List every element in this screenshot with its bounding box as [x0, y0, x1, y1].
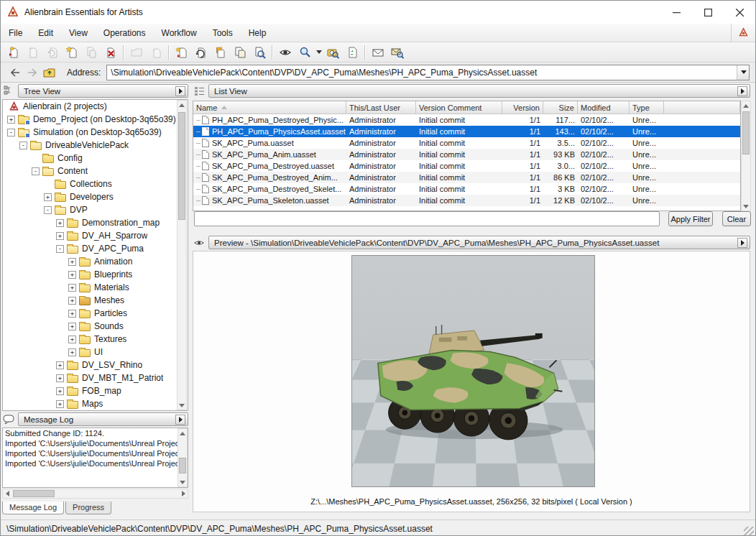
check-out-flag-icon[interactable] — [211, 44, 230, 61]
tree-expander[interactable]: - — [19, 142, 27, 149]
find-in-files-icon[interactable] — [249, 44, 269, 61]
menu-tools[interactable]: Tools — [205, 25, 241, 41]
tab-progress[interactable]: Progress — [65, 502, 111, 514]
tab-message-log[interactable]: Message Log — [2, 502, 64, 514]
table-row-selected[interactable]: PH_APC_Puma_PhysicsAsset.uasset Administ… — [193, 126, 740, 137]
search-icon[interactable] — [295, 44, 314, 61]
rename-file-icon[interactable] — [146, 44, 165, 61]
tree-expander[interactable]: - — [56, 245, 64, 253]
tree-expander[interactable]: + — [68, 258, 76, 266]
tree-view-menu-button[interactable] — [175, 86, 185, 96]
message-log-menu-button[interactable] — [175, 415, 185, 425]
forward-button[interactable] — [24, 65, 41, 80]
import-file-icon[interactable] — [172, 44, 191, 61]
tree-expander[interactable]: - — [7, 129, 15, 137]
check-in-file-icon[interactable] — [4, 44, 23, 61]
menu-workflow[interactable]: Workflow — [154, 25, 205, 41]
tree-expander[interactable]: + — [56, 361, 64, 369]
tree-expander[interactable]: + — [68, 336, 76, 343]
address-dropdown-button[interactable] — [737, 65, 749, 80]
tree-item-root[interactable]: Alienbrain (2 projects) — [3, 100, 188, 113]
column-header-name[interactable]: Name — [193, 101, 346, 114]
list-view-menu-button[interactable] — [737, 86, 747, 96]
message-log-hscrollbar[interactable] — [2, 489, 188, 499]
minimize-button[interactable] — [660, 1, 692, 24]
tree-expander[interactable]: + — [44, 193, 52, 201]
tree-expander[interactable]: + — [56, 219, 64, 227]
tree-item[interactable]: + Demonstration_map — [3, 216, 188, 229]
column-header-version[interactable]: Version — [502, 101, 543, 114]
tree-item[interactable]: - Simulation (on Desktop-3q65o39) — [3, 126, 188, 139]
tree-item[interactable]: + UI — [3, 346, 188, 359]
tree-item[interactable]: + Animation — [3, 255, 188, 268]
tree-item[interactable]: + DV_LSV_Rhino — [3, 359, 188, 371]
tree-expander[interactable]: + — [56, 387, 64, 395]
tree-expander[interactable]: + — [68, 284, 76, 292]
close-button[interactable] — [724, 1, 755, 24]
tree-item[interactable]: + Maps — [3, 397, 188, 410]
tree-item[interactable]: + Developers — [3, 190, 188, 203]
add-file-icon[interactable] — [62, 44, 81, 61]
address-value[interactable]: \Simulation\DriveableVehiclePack\Content… — [107, 68, 737, 78]
menu-view[interactable]: View — [61, 25, 96, 41]
tree-item[interactable]: + DV_MBT_M1_Patriot — [3, 371, 188, 384]
preview-menu-button[interactable] — [737, 238, 747, 248]
up-folder-button[interactable] — [41, 65, 58, 80]
column-header-user[interactable]: This/Last User — [346, 101, 416, 114]
tree-item[interactable]: - DVP — [3, 203, 188, 216]
table-row[interactable]: SK_APC_Puma_Skeleton.uasset Administrato… — [193, 195, 740, 206]
tree-item[interactable]: + FOB_map — [3, 384, 188, 397]
tree-expander[interactable]: + — [56, 400, 64, 408]
resize-grip[interactable] — [744, 527, 754, 536]
tree-item[interactable]: - DV_APC_Puma — [3, 242, 188, 255]
tree-expander[interactable]: + — [56, 232, 64, 240]
tree-expander[interactable]: + — [7, 116, 15, 124]
tree-item[interactable]: + Textures — [3, 333, 188, 346]
tree-item[interactable]: - DriveableVehiclePack — [3, 139, 188, 152]
tree-item[interactable]: + Particles — [3, 307, 188, 320]
copy-file-disabled-icon[interactable] — [81, 44, 101, 61]
undo-check-out-icon[interactable] — [42, 44, 62, 61]
tree-item[interactable]: + Sounds — [3, 320, 188, 333]
tree-expander[interactable]: + — [56, 374, 64, 382]
copy-files-icon[interactable] — [230, 44, 249, 61]
table-row[interactable]: SK_APC_Puma_Anim.uasset Administrator In… — [193, 149, 740, 160]
tree-item[interactable]: + Demo_Project (on Desktop-3q65o39) — [3, 113, 188, 126]
menu-help[interactable]: Help — [241, 25, 275, 41]
tree-item[interactable]: + Materials — [3, 281, 188, 294]
table-row[interactable]: SK_APC_Puma_Destroyed.uasset Administrat… — [193, 160, 740, 172]
apply-filter-button[interactable]: Apply Filter — [668, 211, 713, 226]
tree-item[interactable]: + DV_AH_Sparrow — [3, 229, 188, 242]
tree-scrollbar[interactable] — [177, 100, 187, 410]
tree-item[interactable]: + Blueprints — [3, 268, 188, 281]
address-combo[interactable]: \Simulation\DriveableVehiclePack\Content… — [106, 65, 750, 80]
menu-file[interactable]: File — [1, 25, 30, 41]
search-dropdown-caret[interactable] — [314, 44, 323, 61]
filter-input[interactable] — [194, 211, 660, 226]
clear-button[interactable]: Clear — [722, 211, 751, 226]
tree-expander[interactable]: + — [68, 348, 76, 356]
table-row[interactable]: PH_APC_Puma_Destroyed_Physic... Administ… — [193, 114, 740, 126]
tree-expander[interactable]: - — [44, 206, 52, 214]
tree-item[interactable]: - Content — [3, 165, 188, 177]
tree-expander[interactable]: + — [68, 271, 76, 279]
refresh-icon[interactable] — [342, 44, 361, 61]
column-header-size[interactable]: Size — [543, 101, 578, 114]
tree-expander[interactable]: + — [68, 310, 76, 318]
tree-expander[interactable]: - — [32, 167, 40, 175]
tree-expander[interactable]: + — [68, 323, 76, 331]
tree-item-meshes-current[interactable]: + Meshes — [3, 294, 188, 307]
mail-search-icon[interactable] — [387, 44, 407, 61]
delete-file-icon[interactable] — [101, 44, 120, 61]
table-row[interactable]: SK_APC_Puma.uasset Administrator Initial… — [193, 137, 740, 149]
column-header-type[interactable]: Type — [630, 101, 664, 114]
column-header-modified[interactable]: Modified — [578, 101, 630, 114]
show-preview-eye-icon[interactable] — [275, 44, 295, 61]
send-mail-icon[interactable] — [368, 44, 387, 61]
menu-operations[interactable]: Operations — [96, 25, 154, 41]
maximize-button[interactable] — [692, 1, 724, 24]
tree-item[interactable]: Collections — [3, 177, 188, 190]
back-button[interactable] — [6, 65, 24, 80]
message-log-vscrollbar[interactable] — [178, 428, 188, 487]
table-row[interactable]: SK_APC_Puma_Destroyed_Skelet... Administ… — [193, 183, 740, 195]
